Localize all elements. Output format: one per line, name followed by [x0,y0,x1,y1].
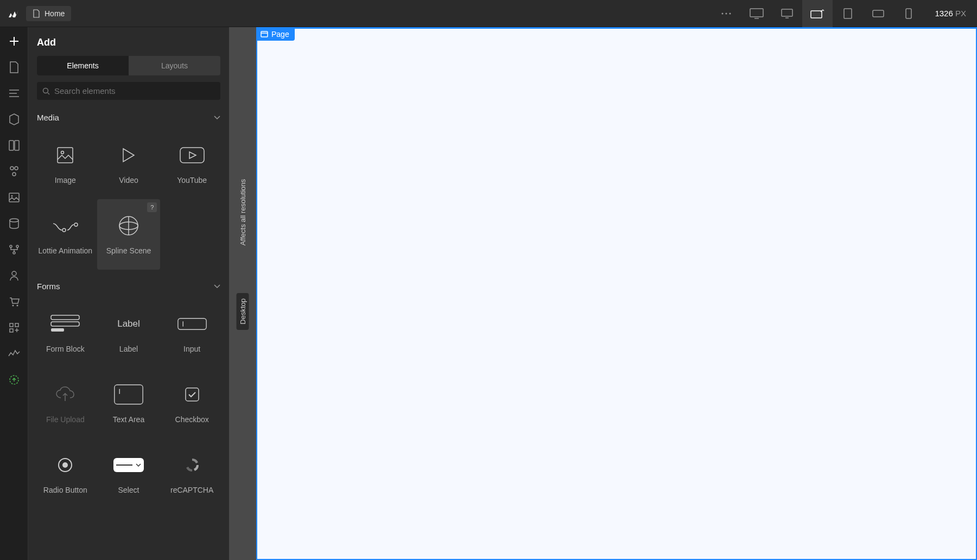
tablet-icon[interactable] [833,0,863,27]
mobile-landscape-icon[interactable] [863,0,893,27]
svg-point-32 [74,223,78,226]
search-elements[interactable] [37,82,220,100]
svg-rect-7 [873,10,884,17]
section-media[interactable]: Media [28,106,229,129]
top-bar: Home 1326 PX [0,0,977,27]
add-panel: Add Elements Layouts Media Image Video [28,27,229,560]
add-tabs: Elements Layouts [37,56,220,75]
element-youtube[interactable]: YouTube [160,129,224,199]
svg-rect-9 [9,141,14,150]
styles-icon[interactable] [7,164,22,179]
sync-icon[interactable] [7,372,22,387]
element-checkbox[interactable]: Checkbox [160,368,224,438]
more-button[interactable] [711,0,741,27]
svg-rect-40 [186,388,199,401]
breakpoint-badge[interactable]: Desktop [237,293,249,330]
page-badge-icon [261,30,268,38]
add-icon[interactable] [7,34,22,49]
svg-rect-10 [15,141,19,150]
svg-point-13 [12,173,16,176]
svg-rect-38 [178,319,206,330]
apps-icon[interactable] [7,320,22,335]
page-canvas[interactable]: Page [256,27,977,560]
element-label[interactable]: Label Label [97,297,161,368]
svg-point-16 [10,219,18,222]
svg-rect-25 [10,329,13,332]
element-select[interactable]: Select [97,438,161,509]
svg-point-15 [11,195,12,197]
svg-rect-23 [10,323,13,327]
element-textarea[interactable]: Text Area [97,368,161,438]
svg-rect-37 [51,328,64,332]
svg-rect-4 [782,9,792,16]
svg-rect-6 [844,9,852,18]
svg-point-1 [726,12,727,14]
element-radio[interactable]: Radio Button [34,438,97,509]
search-input[interactable] [54,86,215,96]
canvas-width-label: 1326 PX [935,9,966,18]
svg-rect-30 [180,148,204,163]
help-icon[interactable]: ? [147,202,157,212]
chevron-down-icon [214,284,220,289]
chevron-down-icon [214,116,220,120]
svg-point-31 [62,228,66,232]
svg-rect-43 [261,31,268,37]
svg-rect-36 [51,322,79,326]
svg-point-20 [12,271,16,276]
svg-rect-28 [58,148,73,163]
users-icon[interactable] [7,268,22,283]
mobile-icon[interactable] [893,0,924,27]
svg-rect-35 [51,315,79,320]
element-video[interactable]: Video [97,129,161,199]
element-input[interactable]: Input [160,297,224,368]
element-lottie[interactable]: Lottie Animation [34,199,97,270]
svg-point-29 [61,151,64,154]
svg-point-22 [16,305,18,307]
page-icon [33,9,40,18]
pages-icon[interactable] [7,60,22,75]
left-icon-rail [0,27,28,560]
element-file-upload[interactable]: File Upload [34,368,97,438]
device-switcher [711,0,924,27]
svg-point-0 [722,12,724,14]
svg-rect-8 [906,9,911,18]
breakpoint-gutter: Affects all resolutions Desktop [229,27,256,560]
svg-rect-24 [15,323,18,327]
tab-layouts[interactable]: Layouts [129,56,220,75]
tablet-landscape-icon[interactable] [802,0,833,27]
panel-title: Add [28,27,229,56]
desktop-large-icon[interactable] [741,0,772,27]
element-recaptcha[interactable]: reCAPTCHA [160,438,224,509]
variables-icon[interactable] [7,138,22,153]
audit-icon[interactable] [7,346,22,361]
svg-point-12 [15,167,18,170]
logic-icon[interactable] [7,242,22,257]
ecommerce-icon[interactable] [7,294,22,309]
svg-rect-14 [9,193,19,202]
svg-rect-5 [811,11,822,18]
svg-point-42 [62,462,68,468]
resolutions-label: Affects all resolutions [239,179,247,246]
svg-point-17 [10,245,12,247]
section-forms[interactable]: Forms [28,275,229,297]
svg-point-27 [43,88,48,93]
tab-elements[interactable]: Elements [37,56,129,75]
svg-point-18 [16,245,18,247]
navigator-icon[interactable] [7,86,22,101]
element-spline-scene[interactable]: ? Spline Scene [97,199,161,270]
search-icon [42,87,50,95]
svg-point-19 [13,252,15,254]
svg-point-21 [12,305,14,307]
element-image[interactable]: Image [34,129,97,199]
cms-icon[interactable] [7,216,22,231]
components-icon[interactable] [7,112,22,127]
element-form-block[interactable]: Form Block [34,297,97,368]
svg-point-11 [10,167,14,170]
canvas-area: Affects all resolutions Desktop Page [229,27,977,560]
assets-icon[interactable] [7,190,22,205]
desktop-icon[interactable] [772,0,802,27]
webflow-logo[interactable] [5,6,21,21]
svg-rect-3 [750,9,763,17]
home-button[interactable]: Home [26,6,71,21]
page-badge[interactable]: Page [256,28,295,41]
